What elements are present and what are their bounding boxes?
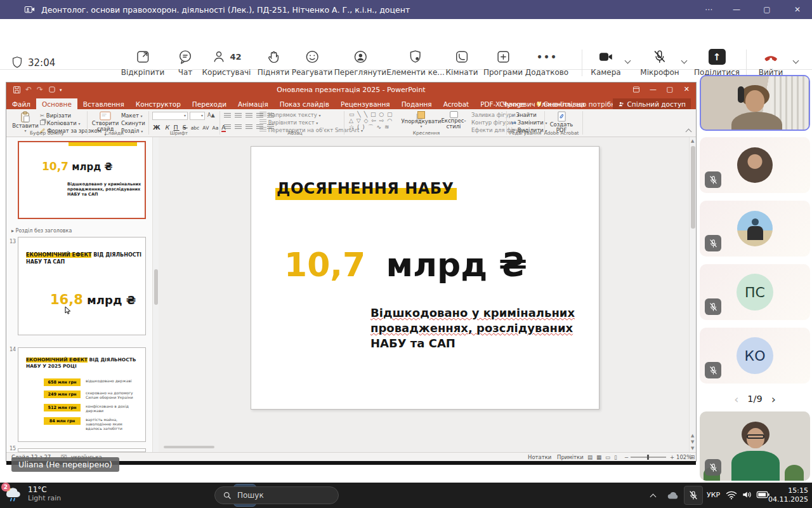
qat-dropdown-icon[interactable]: ▾ [60, 88, 62, 93]
slideshow-icon[interactable]: ▯ [614, 454, 617, 460]
tab-design[interactable]: Конструктор [130, 98, 187, 109]
reset-button[interactable]: Скинути [121, 120, 145, 126]
tab-transitions[interactable]: Переходи [187, 98, 232, 109]
tray-mic-muted-icon[interactable] [684, 486, 703, 505]
unpin-button[interactable]: Відкріпити [121, 49, 165, 77]
react-button[interactable]: Реагувати [292, 49, 333, 77]
align-text-button[interactable]: Вирівняти текст ▾ [259, 119, 318, 126]
clock-widget[interactable]: 15:15 04.11.2025 [768, 486, 808, 504]
rooms-button[interactable]: Кімнати [446, 49, 478, 77]
cut-button[interactable]: ✂ Вирізати [40, 112, 71, 119]
canvas-scrollbar[interactable]: ▲ ▲ ▼ ▼ [689, 137, 696, 452]
comments-button[interactable]: Примітки [557, 454, 584, 460]
font-size-select[interactable]: ▾ [190, 112, 205, 120]
participant-tile-3[interactable] [700, 201, 810, 257]
numbering-icon[interactable] [235, 113, 242, 118]
slide-sorter-icon[interactable]: ▦ [596, 454, 601, 460]
view-button[interactable]: Переглянути [334, 49, 386, 77]
wifi-icon[interactable] [725, 489, 738, 500]
zoom-in-icon[interactable]: + [670, 454, 674, 460]
participant-tile-2[interactable] [700, 137, 810, 193]
collapse-ribbon-icon[interactable] [686, 129, 692, 135]
smartart-button[interactable]: Перетворити на об'єкт SmartArt ▾ [259, 127, 363, 133]
next-page-icon[interactable]: › [771, 392, 776, 406]
reading-view-icon[interactable]: ▭ [605, 454, 610, 460]
share-button[interactable]: ↑ Поділитися [694, 49, 740, 77]
zoom-slider-thumb[interactable] [647, 455, 649, 460]
raise-hand-button[interactable]: Підняти [258, 49, 290, 77]
slide-thumbnail-14[interactable]: ЕКОНОМІЧНИЙ ЕФЕКТ ВІД ДІЯЛЬНОСТЬ НАБУ У … [18, 347, 146, 442]
search-box[interactable]: Пошук [214, 486, 339, 504]
ppt-close-icon[interactable]: ✕ [684, 85, 690, 93]
leave-button[interactable]: Вийти [759, 49, 783, 77]
onedrive-cloud-icon[interactable] [666, 489, 680, 502]
ppt-share-button[interactable]: Спільний доступ [613, 98, 691, 109]
more-button[interactable]: ••• Додатково [525, 49, 568, 77]
fit-window-icon[interactable]: ⊞ [690, 454, 695, 460]
notes-button[interactable]: Нотатки [528, 454, 551, 460]
ribbon-display-icon[interactable] [632, 86, 640, 93]
normal-view-icon[interactable]: ▤ [587, 454, 593, 460]
align-left-icon[interactable] [224, 124, 231, 130]
bold-button[interactable]: Ж [153, 124, 162, 131]
control-elements-button[interactable]: Елементи ке... [386, 49, 445, 77]
shape-outline-button[interactable]: Контур фігури ▾ [471, 119, 516, 126]
camera-button[interactable]: Камера [591, 49, 620, 77]
horizontal-scrollbar[interactable] [164, 446, 214, 448]
touch-mode-icon[interactable] [48, 86, 56, 93]
shadow-button[interactable]: abc [191, 125, 199, 131]
redo-icon[interactable]: ↷ [37, 85, 43, 94]
change-case-button[interactable]: Aa [213, 125, 219, 131]
shapes-gallery[interactable]: ▭ ╲ ╲ □ ○ ▢△ ▽ ◇ ⇦ ⇨ ◠☆ ( ) ⌒ ∿ ≋ [349, 111, 400, 130]
font-name-select[interactable]: ▾ [152, 112, 188, 120]
find-button[interactable]: ⌕ Знайти [511, 112, 537, 119]
quick-styles-button[interactable]: Експрес-стилі [439, 111, 468, 130]
ppt-maximize-icon[interactable]: ▢ [667, 85, 673, 93]
tab-view[interactable]: Подання [396, 98, 438, 109]
tab-home[interactable]: Основне [36, 98, 77, 109]
participant-tile-speaker[interactable] [700, 75, 810, 131]
arrange-button[interactable]: Упорядкувати▾ [405, 111, 438, 129]
mic-chevron-icon[interactable] [681, 58, 688, 64]
copy-button[interactable]: Копіювати ▾ [40, 120, 80, 126]
panel-scrollbar[interactable] [152, 137, 159, 452]
align-center-icon[interactable] [235, 124, 242, 130]
zoom-out-icon[interactable]: − [624, 454, 629, 460]
camera-chevron-icon[interactable] [625, 58, 631, 64]
replace-button[interactable]: ⇄ Замінити ▾ [511, 119, 547, 126]
undo-icon[interactable]: ↶ [25, 85, 32, 94]
layout-button[interactable]: Макет ▾ [121, 112, 143, 119]
section-button[interactable]: Розділ ▾ [121, 128, 143, 134]
participant-tile-6[interactable] [700, 411, 810, 481]
mic-button[interactable]: Мікрофон [640, 49, 679, 77]
tab-acrobat[interactable]: Acrobat [438, 98, 475, 109]
tab-slideshow[interactable]: Показ слайдів [274, 98, 335, 109]
maximize-icon[interactable]: ▢ [752, 0, 782, 19]
participants-button[interactable]: 42 Користувачі [202, 49, 251, 77]
ppt-minimize-icon[interactable]: — [650, 85, 657, 93]
grow-font-icon[interactable]: А▲ [207, 112, 215, 118]
save-icon[interactable] [13, 86, 21, 94]
text-direction-button[interactable]: Напрямок тексту ▾ [259, 112, 321, 118]
chat-button[interactable]: Чат [178, 49, 193, 77]
char-spacing-button[interactable]: АV [202, 125, 209, 131]
tab-insert[interactable]: Вставлення [77, 98, 130, 109]
slide-thumbnail-12[interactable]: 10,7 млрд ₴ Відшкодовано у кримінальних … [18, 141, 146, 219]
indent-less-icon[interactable] [246, 113, 252, 118]
minimize-icon[interactable]: — [722, 0, 751, 19]
bullets-icon[interactable] [224, 113, 231, 118]
slide-thumbnail-13[interactable]: ЕКОНОМІЧНИЙ ЕФЕКТ ВІД ДІЯЛЬНОСТІ НАБУ ТА… [18, 237, 146, 335]
tab-animations[interactable]: Анімація [232, 98, 274, 109]
participant-tile-4[interactable]: ПС [700, 264, 810, 320]
apps-button[interactable]: Програми [483, 49, 523, 77]
align-right-icon[interactable] [246, 124, 252, 130]
section-header[interactable]: ▸ Розділ без заголовка [11, 228, 72, 234]
language-indicator[interactable]: УКР [707, 491, 720, 499]
tab-file[interactable]: Файл [6, 98, 36, 109]
participant-tile-5[interactable]: КО [700, 328, 810, 384]
prev-page-icon[interactable]: ‹ [734, 392, 738, 406]
volume-icon[interactable] [741, 489, 754, 500]
titlebar-more-icon[interactable]: ⋯ [694, 0, 723, 19]
tray-expand-icon[interactable] [650, 494, 657, 500]
close-icon[interactable]: ✕ [783, 0, 812, 19]
